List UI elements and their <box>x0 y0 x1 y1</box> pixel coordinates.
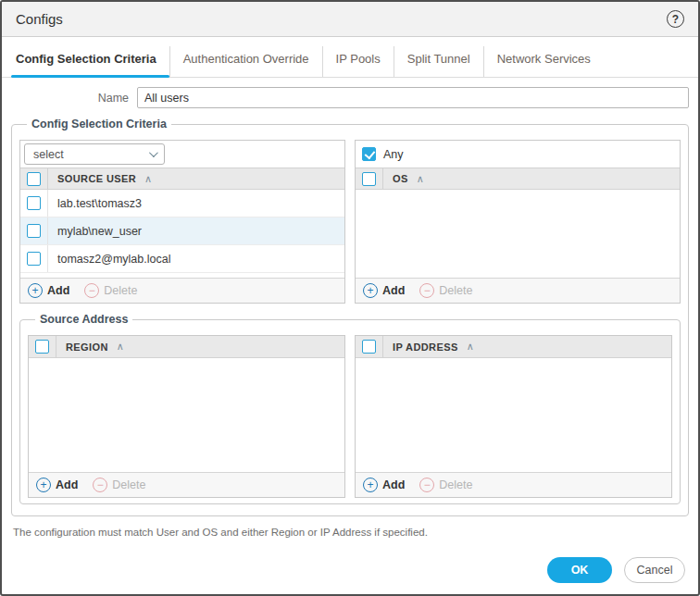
delete-os-button[interactable]: − Delete <box>419 283 472 298</box>
dialog-title: Configs <box>16 11 63 27</box>
name-label: Name <box>11 92 137 105</box>
tab-bar: Config Selection Criteria Authentication… <box>2 37 698 78</box>
ip-address-select-all-cell <box>356 336 383 357</box>
source-user-header-row: SOURCE USER ∧ <box>20 168 344 190</box>
delete-icon: − <box>84 283 99 298</box>
dialog-content: Name Config Selection Criteria select <box>2 78 698 594</box>
ip-address-select-all-checkbox[interactable] <box>362 340 376 354</box>
source-user-value: lab.test\tomasz3 <box>48 190 142 217</box>
source-user-value: mylab\new_user <box>48 217 142 244</box>
tab-authentication-override[interactable]: Authentication Override <box>169 46 322 77</box>
ip-address-column-header[interactable]: IP ADDRESS ∧ <box>383 336 474 357</box>
os-select-all-cell <box>356 168 383 189</box>
os-column-header[interactable]: OS ∧ <box>383 168 424 189</box>
sort-ascending-icon: ∧ <box>117 341 124 353</box>
os-table: Any OS ∧ + <box>355 140 681 304</box>
ip-address-table: IP ADDRESS ∧ + Add − <box>355 335 672 498</box>
delete-region-button[interactable]: − Delete <box>93 478 145 492</box>
name-input[interactable] <box>137 87 689 108</box>
add-icon: + <box>363 283 378 298</box>
add-icon: + <box>36 478 51 492</box>
configs-dialog: Configs ? Config Selection Criteria Auth… <box>0 0 700 596</box>
config-match-note: The configuration must match User and OS… <box>11 527 689 538</box>
source-user-select-all-checkbox[interactable] <box>27 172 41 186</box>
tab-ip-pools[interactable]: IP Pools <box>322 46 394 77</box>
source-user-body: lab.test\tomasz3 mylab\new_user tomasz2@… <box>20 190 344 278</box>
config-selection-criteria-group: Config Selection Criteria select <box>11 118 689 516</box>
sort-ascending-icon: ∧ <box>144 173 152 185</box>
add-icon: + <box>28 283 43 298</box>
title-bar: Configs ? <box>2 2 698 37</box>
os-footer: + Add − Delete <box>356 278 680 303</box>
region-select-all-checkbox[interactable] <box>35 340 49 354</box>
region-table: REGION ∧ + Add − Dele <box>28 335 345 498</box>
add-os-button[interactable]: + Add <box>363 283 405 298</box>
config-selection-criteria-legend: Config Selection Criteria <box>27 118 171 130</box>
sort-ascending-icon: ∧ <box>417 173 424 185</box>
name-row: Name <box>11 87 689 108</box>
region-footer: + Add − Delete <box>29 472 344 497</box>
ip-address-header-row: IP ADDRESS ∧ <box>356 336 671 358</box>
source-user-footer: + Add − Delete <box>20 278 344 303</box>
add-source-user-button[interactable]: + Add <box>28 283 69 298</box>
os-body <box>356 190 680 278</box>
os-any-checkbox[interactable] <box>362 147 376 161</box>
sort-ascending-icon: ∧ <box>467 341 474 353</box>
os-select-all-checkbox[interactable] <box>362 172 376 186</box>
user-match-select-value: select <box>33 148 64 161</box>
add-ip-address-button[interactable]: + Add <box>363 478 405 492</box>
add-region-button[interactable]: + Add <box>36 478 78 492</box>
table-row[interactable]: mylab\new_user <box>20 217 344 245</box>
ip-address-body <box>356 358 671 472</box>
ip-address-footer: + Add − Delete <box>356 472 671 497</box>
row-checkbox[interactable] <box>27 224 41 238</box>
delete-icon: − <box>93 478 107 492</box>
region-body <box>29 358 344 472</box>
help-icon[interactable]: ? <box>667 10 684 28</box>
source-user-column-header[interactable]: SOURCE USER ∧ <box>48 168 153 189</box>
source-user-filter-row: select <box>20 141 344 168</box>
cancel-button[interactable]: Cancel <box>624 557 685 583</box>
region-select-all-cell <box>29 336 56 357</box>
source-user-value: tomasz2@mylab.local <box>48 245 170 272</box>
os-any-label: Any <box>383 148 404 161</box>
os-header-row: OS ∧ <box>356 168 680 190</box>
tab-config-selection-criteria[interactable]: Config Selection Criteria <box>11 46 169 77</box>
table-row[interactable]: tomasz2@mylab.local <box>20 245 344 273</box>
source-address-panels: REGION ∧ + Add − Dele <box>28 335 672 498</box>
table-row[interactable]: lab.test\tomasz3 <box>20 190 344 217</box>
region-header-row: REGION ∧ <box>29 336 344 358</box>
source-address-legend: Source Address <box>35 313 132 326</box>
source-address-group: Source Address REGION ∧ <box>19 313 681 504</box>
row-checkbox[interactable] <box>27 252 41 266</box>
delete-icon: − <box>419 478 434 492</box>
source-user-select-all-cell <box>20 168 48 189</box>
delete-icon: − <box>419 283 434 298</box>
delete-source-user-button[interactable]: − Delete <box>84 283 137 298</box>
tab-split-tunnel[interactable]: Split Tunnel <box>394 46 483 77</box>
source-user-table: select SOURCE USER ∧ <box>19 140 345 304</box>
delete-ip-address-button[interactable]: − Delete <box>419 478 472 492</box>
add-icon: + <box>363 478 378 492</box>
region-column-header[interactable]: REGION ∧ <box>56 336 124 357</box>
tab-network-services[interactable]: Network Services <box>483 46 604 77</box>
chevron-down-icon <box>149 148 158 157</box>
top-panels: select SOURCE USER ∧ <box>19 140 681 304</box>
os-any-row: Any <box>356 141 680 168</box>
row-checkbox[interactable] <box>27 196 41 210</box>
ok-button[interactable]: OK <box>547 557 612 583</box>
dialog-buttons: OK Cancel <box>11 557 689 583</box>
user-match-select[interactable]: select <box>24 143 165 165</box>
